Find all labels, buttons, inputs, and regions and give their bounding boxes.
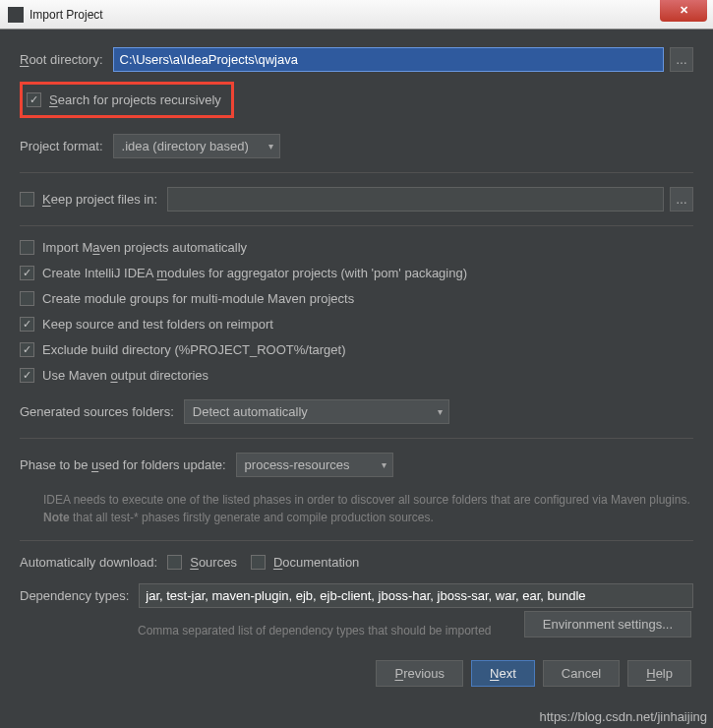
keep-source-label: Keep source and test folders on reimport [42, 317, 273, 332]
watermark: https://blog.csdn.net/jinhaijing [539, 709, 707, 724]
browse-button[interactable]: … [670, 47, 693, 72]
app-icon [8, 7, 24, 23]
create-groups-label: Create module groups for multi-module Ma… [42, 291, 354, 306]
highlight-annotation: Search for projects recursively [20, 82, 234, 118]
keep-files-checkbox[interactable] [20, 192, 34, 207]
next-button[interactable]: Next [471, 660, 535, 687]
project-format-label: Project format: [20, 139, 103, 153]
create-groups-checkbox[interactable] [20, 291, 34, 306]
gen-sources-label: Generated sources folders: [20, 404, 174, 419]
project-format-select[interactable]: .idea (directory based) [113, 134, 280, 158]
docs-label: Documentation [273, 555, 359, 570]
window-title: Import Project [30, 8, 103, 22]
import-auto-label: Import Maven projects automatically [42, 240, 247, 255]
create-modules-checkbox[interactable] [20, 266, 34, 280]
dialog-content: Root directory: … Search for projects re… [0, 30, 713, 639]
dep-types-label: Dependency types: [20, 588, 129, 603]
divider [20, 225, 693, 226]
exclude-build-checkbox[interactable] [20, 342, 34, 357]
auto-download-label: Automatically download: [20, 555, 157, 570]
sources-label: Sources [190, 555, 237, 570]
cancel-button[interactable]: Cancel [543, 660, 620, 687]
divider [20, 540, 693, 541]
keep-files-browse-button[interactable]: … [670, 187, 693, 212]
titlebar: Import Project ✕ [0, 0, 713, 30]
create-modules-label: Create IntelliJ IDEA modules for aggrega… [42, 266, 467, 280]
divider [20, 438, 693, 439]
use-maven-out-checkbox[interactable] [20, 368, 34, 383]
import-auto-checkbox[interactable] [20, 240, 34, 255]
env-settings-button[interactable]: Environment settings... [524, 611, 691, 637]
phase-select[interactable]: process-resources [236, 453, 393, 477]
gen-sources-select[interactable]: Detect automatically [184, 399, 449, 424]
sources-checkbox[interactable] [167, 555, 182, 570]
phase-help-text: IDEA needs to execute one of the listed … [20, 491, 693, 526]
dep-types-input[interactable] [139, 583, 693, 608]
phase-label: Phase to be used for folders update: [20, 457, 226, 472]
search-recursive-checkbox[interactable] [27, 92, 41, 107]
keep-files-input[interactable] [167, 187, 664, 212]
root-directory-label: Root directory: [20, 52, 103, 67]
exclude-build-label: Exclude build directory (%PROJECT_ROOT%/… [42, 342, 345, 357]
help-button[interactable]: Help [627, 660, 691, 687]
close-button[interactable]: ✕ [660, 0, 707, 22]
root-directory-input[interactable] [113, 47, 664, 72]
divider [20, 172, 693, 173]
search-recursive-label: Search for projects recursively [49, 92, 221, 107]
use-maven-out-label: Use Maven output directories [42, 368, 208, 383]
keep-files-label: Keep project files in: [42, 192, 157, 207]
previous-button[interactable]: Previous [376, 660, 463, 687]
footer-buttons: Previous Next Cancel Help [376, 660, 691, 687]
keep-source-checkbox[interactable] [20, 317, 34, 332]
docs-checkbox[interactable] [251, 555, 266, 570]
